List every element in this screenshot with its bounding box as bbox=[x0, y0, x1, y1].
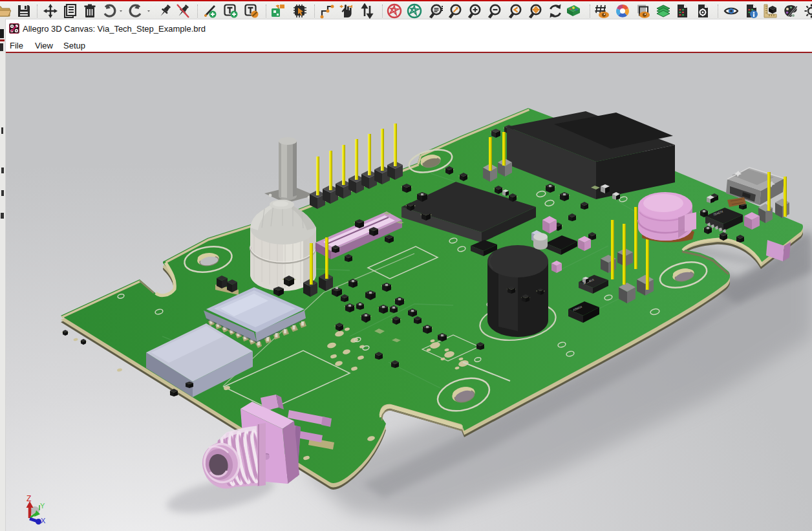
svg-text:X: X bbox=[41, 517, 46, 525]
svg-text:Z: Z bbox=[27, 494, 31, 503]
svg-text:Y: Y bbox=[40, 502, 45, 510]
